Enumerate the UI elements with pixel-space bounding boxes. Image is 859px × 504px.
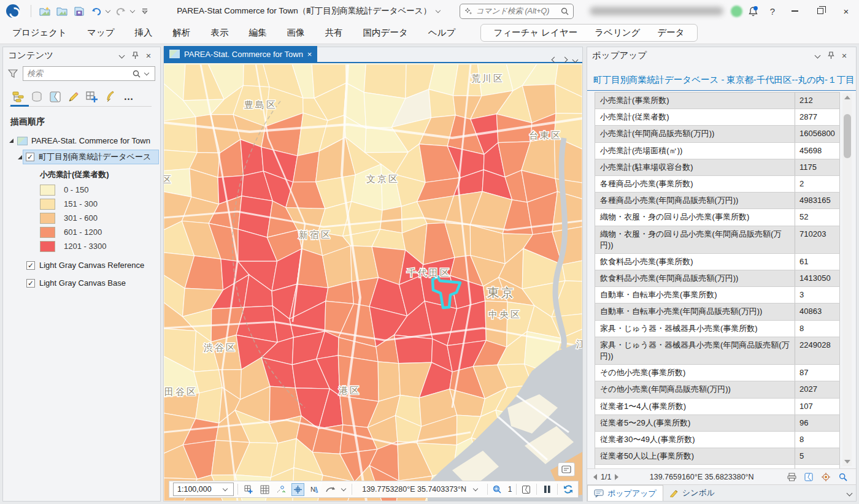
north-arrow-button[interactable]: N	[308, 483, 321, 496]
list-by-selection-button[interactable]	[46, 88, 64, 105]
list-by-snapping-button[interactable]	[83, 88, 101, 105]
ribbon-tab-7[interactable]: 共有	[317, 23, 351, 42]
close-panel-icon[interactable]: ×	[142, 50, 155, 62]
legend-swatch[interactable]	[40, 227, 55, 238]
pause-drawing-button[interactable]	[541, 483, 553, 496]
contextual-tab-1[interactable]: ラベリング	[586, 25, 649, 41]
map-canvas[interactable]: 荒川区豊島区台東区文京区新宿区千代田区東京中央区渋谷区港区田谷区区江	[164, 64, 582, 501]
view-list-chevron[interactable]	[572, 57, 579, 63]
maximize-button[interactable]	[807, 1, 833, 21]
close-button[interactable]: ×	[833, 1, 859, 21]
save-project-button[interactable]	[71, 3, 88, 19]
tools-dropdown-chevron[interactable]	[341, 486, 346, 491]
ribbon-tab-0[interactable]: プロジェクト	[4, 23, 75, 42]
snapping-button[interactable]	[275, 483, 288, 496]
list-by-drawing-order-button[interactable]	[9, 88, 28, 105]
map-overview-button[interactable]	[558, 462, 575, 476]
next-feature-button[interactable]	[615, 474, 618, 480]
layout-grid-button[interactable]	[242, 483, 255, 496]
refresh-button[interactable]	[561, 483, 574, 496]
field-value: 4983165	[795, 193, 839, 208]
vertical-scrollbar[interactable]	[842, 93, 852, 466]
panel-menu-chevron[interactable]	[811, 50, 824, 62]
tree-item-basemap-reference[interactable]: ✓ Light Gray Canvas Reference	[3, 258, 160, 272]
legend-swatch[interactable]	[40, 213, 55, 224]
search-dropdown-chevron[interactable]	[144, 71, 149, 75]
coords-dropdown-chevron[interactable]	[473, 486, 478, 491]
tab-symbol[interactable]: シンボル	[663, 485, 721, 501]
field-name: 小売業計(従業者数)	[595, 109, 795, 125]
zoom-to-selection-button[interactable]	[491, 483, 504, 496]
list-by-labeling-button[interactable]	[101, 88, 120, 105]
search-feature-button[interactable]	[836, 471, 850, 483]
tree-item-basemap-base[interactable]: ✓ Light Gray Canvas Base	[3, 276, 160, 290]
pin-icon[interactable]	[824, 50, 838, 62]
scroll-down-button[interactable]	[842, 457, 852, 466]
basemap-checkbox[interactable]: ✓	[26, 279, 35, 288]
selection-map-button[interactable]	[520, 483, 533, 496]
legend-swatch[interactable]	[40, 241, 55, 252]
basemap-checkbox[interactable]: ✓	[26, 261, 35, 270]
crosshair-tool-button[interactable]	[291, 483, 304, 496]
open-project-button[interactable]	[53, 3, 71, 19]
command-search-input[interactable]: コマンド検索 (Alt+Q)	[460, 4, 574, 19]
help-button[interactable]: ?	[763, 1, 782, 21]
ribbon-tab-1[interactable]: マップ	[79, 23, 123, 42]
scale-value: 1:100,000	[177, 485, 212, 494]
minimize-button[interactable]	[782, 1, 807, 21]
scroll-up-button[interactable]	[842, 93, 852, 102]
tab-popup[interactable]: ポップアップ	[587, 485, 663, 501]
account-area[interactable]	[590, 6, 742, 17]
panel-menu-chevron[interactable]	[115, 50, 128, 62]
customize-quick-access-button[interactable]	[136, 3, 153, 19]
zoom-to-feature-button[interactable]	[819, 471, 833, 483]
more-options-button[interactable]: …	[120, 88, 138, 105]
new-project-button[interactable]	[36, 3, 53, 19]
expand-icon[interactable]	[18, 155, 22, 159]
contextual-tab-0[interactable]: フィーチャ レイヤー	[485, 25, 586, 41]
undo-dropdown[interactable]	[106, 8, 110, 13]
ribbon-tab-2[interactable]: 挿入	[127, 23, 161, 42]
previous-view-icon[interactable]	[552, 57, 558, 63]
rotate-tool-button[interactable]	[324, 483, 337, 496]
expand-icon[interactable]	[9, 139, 13, 143]
scrollbar-thumb[interactable]	[844, 114, 851, 158]
ribbon-tab-6[interactable]: 画像	[279, 23, 313, 42]
redo-dropdown[interactable]	[129, 8, 134, 13]
list-by-data-source-button[interactable]	[28, 88, 46, 105]
pin-icon[interactable]	[128, 50, 142, 62]
notifications-button[interactable]	[742, 1, 763, 21]
map-coordinates[interactable]: 139.7753280°E 35.7403373°N	[362, 485, 466, 494]
list-by-editing-button[interactable]	[64, 88, 83, 105]
contextual-tab-2[interactable]: データ	[649, 25, 693, 41]
print-button[interactable]	[785, 471, 798, 483]
field-name: 家具・じゅう器・器械器具小売業(事業所数)	[595, 321, 795, 337]
tree-item-map-group[interactable]: PAREA-Stat. Commerce for Town	[3, 134, 160, 148]
map-view-tab[interactable]: PAREA-Stat. Commerce for Town ×	[164, 46, 317, 62]
ribbon-tab-5[interactable]: 編集	[241, 23, 275, 42]
close-map-tab-icon[interactable]: ×	[307, 50, 312, 59]
ribbon-tab-4[interactable]: 表示	[203, 23, 237, 42]
scale-select[interactable]: 1:100,000	[173, 483, 234, 496]
filter-icon[interactable]	[8, 69, 18, 78]
contents-search-input[interactable]: 検索	[23, 66, 155, 81]
next-view-icon[interactable]	[562, 57, 568, 63]
tab-list-chevron[interactable]	[842, 487, 856, 499]
legend-swatch[interactable]	[40, 185, 55, 196]
field-name: 従業者50人以上(事業所数)	[595, 448, 795, 464]
tree-item-layer[interactable]: ✓ 町丁目別商業統計データベース	[3, 150, 160, 164]
project-title-dropdown[interactable]	[436, 8, 441, 13]
ribbon-tab-3[interactable]: 解析	[165, 23, 199, 42]
close-panel-icon[interactable]: ×	[838, 50, 851, 62]
legend-swatch[interactable]	[40, 199, 55, 210]
undo-button[interactable]	[88, 3, 105, 19]
redo-button[interactable]	[112, 3, 129, 19]
ribbon-tab-9[interactable]: ヘルプ	[420, 23, 464, 42]
select-feature-button[interactable]	[802, 471, 815, 483]
layer-checkbox[interactable]: ✓	[26, 153, 34, 161]
legend-label: 301 - 600	[64, 213, 98, 223]
ribbon-tab-8[interactable]: 国内データ	[355, 23, 416, 42]
grid-button[interactable]	[258, 483, 271, 496]
feature-title-link[interactable]: 町丁目別商業統計データベース - 東京都-千代田区--丸の内-１丁目	[587, 69, 856, 91]
previous-feature-button[interactable]	[593, 474, 597, 480]
